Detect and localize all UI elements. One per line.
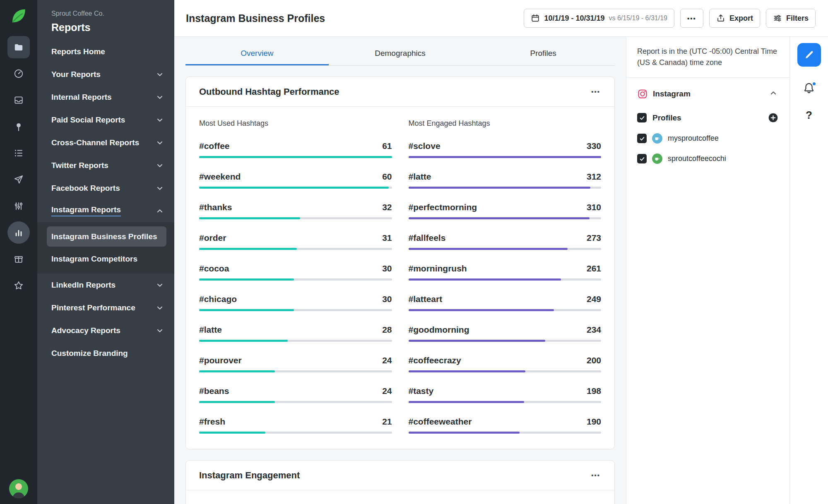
rail-item-list[interactable] — [7, 140, 31, 166]
hashtag-row: #order 31 — [199, 233, 392, 250]
hashtag-label: #pourover — [199, 355, 242, 365]
sidebar-item-label: Advocacy Reports — [51, 326, 120, 335]
hashtag-bar-fill — [199, 156, 392, 158]
sidebar-item-customize-branding[interactable]: Customize Branding — [37, 342, 174, 365]
date-compare-text: vs 6/15/19 - 6/31/19 — [609, 14, 667, 22]
filters-label: Filters — [786, 14, 809, 23]
hashtag-bar-fill — [409, 340, 545, 342]
rail-item-publishing[interactable] — [7, 166, 31, 193]
sidebar-item-linkedin-reports[interactable]: LinkedIn Reports — [37, 274, 174, 296]
sidebar-item-pinterest-performance[interactable]: Pinterest Performance — [37, 296, 174, 319]
sidebar-item-advocacy-reports[interactable]: Advocacy Reports — [37, 319, 174, 342]
rail-item-reports[interactable] — [7, 219, 31, 246]
hashtag-bar-fill — [409, 370, 525, 372]
filters-button[interactable]: Filters — [766, 9, 816, 28]
rail-item-star[interactable] — [7, 272, 31, 299]
chevron-down-icon — [156, 304, 164, 312]
notification-dot — [812, 82, 816, 86]
tab-profiles[interactable]: Profiles — [472, 43, 615, 65]
sidebar-item-facebook-reports[interactable]: Facebook Reports — [37, 177, 174, 199]
tab-demographics[interactable]: Demographics — [329, 43, 472, 65]
report-header: Instagram Business Profiles 10/1/19 - 10… — [174, 0, 828, 37]
sidebar-item-instagram-reports[interactable]: Instagram Reports — [37, 199, 174, 222]
most-used-hashtag-rows: #coffee 61 #weekend 60 #thanks 32 #order… — [199, 141, 392, 434]
hashtag-label: #thanks — [199, 202, 232, 212]
collapse-network-button[interactable] — [768, 88, 779, 100]
check-icon — [639, 115, 645, 121]
profiles-checkbox[interactable] — [637, 113, 647, 122]
compose-button[interactable] — [797, 43, 821, 67]
report-tabs: OverviewDemographicsProfiles — [185, 43, 615, 66]
card-more-button[interactable]: ••• — [590, 470, 601, 480]
reports-icon-circle — [7, 221, 30, 244]
tab-overview[interactable]: Overview — [185, 43, 329, 65]
chevron-down-icon — [156, 185, 164, 192]
hashtag-value: 31 — [382, 233, 392, 243]
sidebar-item-internal-reports[interactable]: Internal Reports — [37, 86, 174, 108]
profile-checkbox[interactable] — [637, 154, 647, 163]
sidebar-item-twitter-reports[interactable]: Twitter Reports — [37, 154, 174, 177]
sidebar-subitem-instagram-competitors[interactable]: Instagram Competitors — [37, 249, 174, 269]
date-range-button[interactable]: 10/1/19 - 10/31/19 vs 6/15/19 - 6/31/19 — [524, 9, 674, 28]
hashtag-bar-track — [199, 248, 392, 250]
sidebar-item-paid-social-reports[interactable]: Paid Social Reports — [37, 108, 174, 131]
rail-item-dashboard[interactable] — [7, 60, 31, 87]
hashtag-bar-fill — [409, 156, 602, 158]
hashtag-value: 21 — [382, 417, 392, 427]
sidebar-item-label: Reports Home — [51, 47, 105, 56]
rail-item-pin[interactable] — [7, 113, 31, 140]
rail-item-folder[interactable] — [7, 34, 31, 60]
card-title: Outbound Hashtag Performance — [199, 86, 339, 97]
hashtag-bar-fill — [199, 217, 300, 219]
hashtag-bar-fill — [409, 187, 591, 189]
network-row-instagram: Instagram — [637, 88, 779, 100]
hashtag-row: #fresh 21 — [199, 417, 392, 434]
hashtag-row: #latteart 249 — [409, 294, 602, 311]
hashtag-label: #sclove — [409, 141, 440, 151]
sidebar-subitem-instagram-business-profiles[interactable]: Instagram Business Profiles — [47, 226, 166, 247]
profile-checkbox[interactable] — [637, 134, 647, 143]
hashtag-label: #latte — [409, 172, 431, 182]
list-icon — [13, 148, 24, 158]
reports-sidebar: Sprout Coffee Co. Reports Reports Home Y… — [37, 0, 174, 504]
hashtag-bar-track — [409, 278, 602, 281]
user-avatar[interactable] — [9, 479, 28, 498]
sidebar-item-cross-channel-reports[interactable]: Cross-Channel Reports — [37, 131, 174, 154]
card-more-button[interactable]: ••• — [590, 86, 601, 97]
timezone-note: Report is in the (UTC -05:00) Central Ti… — [637, 46, 779, 68]
hashtag-row: #fallfeels 273 — [409, 233, 602, 250]
header-more-button[interactable]: ••• — [680, 9, 703, 28]
add-profile-button[interactable] — [768, 112, 779, 123]
sidebar-item-reports-home[interactable]: Reports Home — [37, 40, 174, 63]
hashtag-bar-fill — [199, 278, 294, 281]
hashtag-bar-fill — [199, 432, 265, 434]
hashtag-label: #goodmorning — [409, 325, 469, 335]
sprout-logo[interactable] — [9, 7, 28, 26]
chevron-up-icon — [770, 89, 777, 97]
hashtag-bar-track — [199, 432, 392, 434]
profiles-header-row: Profiles — [637, 112, 779, 123]
notifications-button[interactable] — [802, 81, 816, 97]
body-row: OverviewDemographicsProfiles Outbound Ha… — [174, 37, 828, 504]
hashtag-value: 234 — [587, 325, 601, 335]
hashtag-label: #latteart — [409, 294, 443, 304]
hashtag-row: #weekend 60 — [199, 172, 392, 189]
help-button[interactable]: ? — [803, 108, 815, 122]
hashtag-row: #cocoa 30 — [199, 264, 392, 281]
most-engaged-hashtag-rows: #sclove 330 #latte 312 #perfectmorning 3… — [409, 141, 602, 434]
profile-row-mysproutcoffee[interactable]: mysproutcoffee — [637, 133, 779, 144]
rail-item-inbox[interactable] — [7, 87, 31, 113]
sidebar-item-your-reports[interactable]: Your Reports — [37, 63, 174, 86]
bar-chart-icon — [13, 227, 24, 238]
rail-item-gift[interactable] — [7, 246, 31, 272]
profile-avatar — [652, 154, 662, 164]
export-button[interactable]: Export — [709, 9, 760, 28]
coffee-mug-icon — [654, 156, 660, 162]
network-name: Instagram — [653, 89, 691, 98]
hashtag-label: #tasty — [409, 386, 434, 396]
calendar-icon — [531, 14, 540, 23]
profile-row-sproutcoffeecochi[interactable]: sproutcoffeecochi — [637, 154, 779, 164]
hashtag-bar-track — [409, 156, 602, 158]
rail-item-listening[interactable] — [7, 193, 31, 219]
plus-circle-icon — [768, 112, 779, 123]
